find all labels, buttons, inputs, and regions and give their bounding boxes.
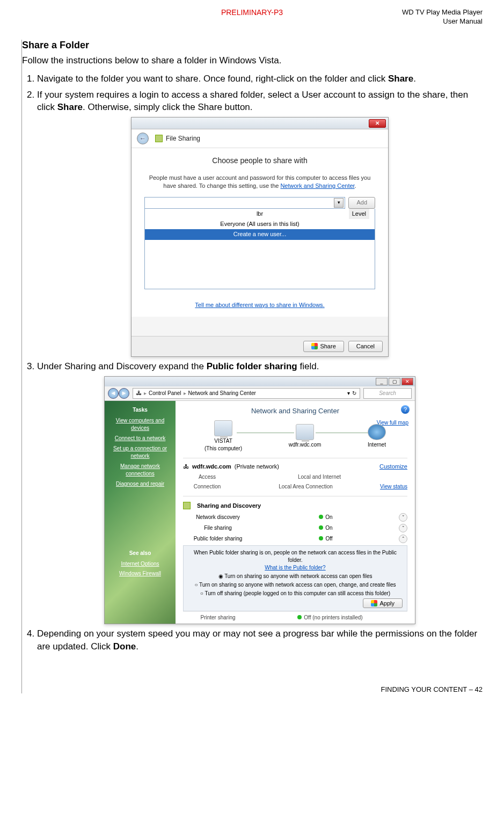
step-2: If your system requires a login to acces… <box>37 89 483 357</box>
sharing-icon <box>183 502 191 509</box>
connection-row: Connection Local Area Connection View st… <box>183 482 407 492</box>
public-folder-sharing-row: Public folder sharing Off ˄ <box>183 533 407 544</box>
product-header: WD TV Play Media Player User Manual <box>329 8 483 26</box>
dropdown-icon[interactable]: ▾ <box>347 390 350 397</box>
network-discovery-row: Network discovery On ˅ <box>183 512 407 523</box>
dialog-description: People must have a user account and pass… <box>144 174 375 191</box>
back-icon[interactable]: ◄ <box>108 388 119 399</box>
help-icon[interactable]: ? <box>401 405 410 414</box>
sidebar-item[interactable]: View computers and devices <box>109 417 171 432</box>
minimize-icon[interactable]: _ <box>376 378 388 385</box>
step-3: Under Sharing and Discovery expand the P… <box>37 360 483 624</box>
window-titlebar[interactable]: ✕ <box>132 118 388 129</box>
node-internet: Internet <box>368 424 386 449</box>
network-sharing-center-window: _ ▢ ✕ ◄ ► 🖧 ▸ Control Panel ▸ <box>104 376 415 624</box>
page-title: Network and Sharing Center <box>183 406 407 416</box>
network-map: VISTAT (This computer) wdfr.wdc.com <box>204 420 386 452</box>
close-icon[interactable]: ✕ <box>369 119 386 128</box>
page-header: PRELIMINARY-P3 WD TV Play Media Player U… <box>21 8 483 26</box>
dropdown-icon[interactable]: ▾ <box>334 198 344 208</box>
cancel-button[interactable]: Cancel <box>348 341 383 352</box>
step-1: Navigate to the folder you want to share… <box>37 72 483 85</box>
sidebar-item[interactable]: Windows Firewall <box>109 570 171 577</box>
expand-icon[interactable]: ˅ <box>399 524 407 532</box>
section-title: Share a Folder <box>22 40 483 51</box>
radio-option[interactable]: ○ Turn on sharing so anyone with network… <box>188 581 403 589</box>
globe-icon <box>368 424 386 440</box>
network-center-link[interactable]: Network and Sharing Center <box>280 182 354 189</box>
forward-icon[interactable]: ► <box>119 388 129 399</box>
sidebar-item[interactable]: Diagnose and repair <box>109 480 171 488</box>
node-this-computer: VISTAT (This computer) <box>204 420 242 452</box>
help-link[interactable]: Tell me about different ways to share in… <box>195 302 324 308</box>
public-folder-sharing-panel: When Public folder sharing is on, people… <box>183 545 407 611</box>
window-titlebar[interactable]: _ ▢ ✕ <box>105 377 415 386</box>
breadcrumb[interactable]: 🖧 ▸ Control Panel ▸ Network and Sharing … <box>133 388 360 399</box>
tasks-sidebar: Tasks View computers and devices Connect… <box>105 401 176 624</box>
node-network: wdfr.wdc.com <box>289 424 322 449</box>
preliminary-mark: PRELIMINARY-P3 <box>175 8 328 17</box>
share-button[interactable]: Share <box>303 341 344 352</box>
list-item[interactable]: lbr <box>145 209 375 219</box>
close-icon[interactable]: ✕ <box>401 378 413 385</box>
search-input[interactable]: Search <box>363 388 412 399</box>
step-list: Navigate to the folder you want to share… <box>22 72 483 653</box>
dialog-title: File Sharing <box>166 134 200 143</box>
customize-link[interactable]: Customize <box>379 463 407 471</box>
collapse-icon[interactable]: ˄ <box>399 535 407 543</box>
content-pane: ? Network and Sharing Center View full m… <box>176 401 415 624</box>
access-row: Access Local and Internet <box>183 472 407 482</box>
back-icon[interactable]: ← <box>137 133 149 144</box>
status-dot-on <box>319 525 323 530</box>
sidebar-item[interactable]: Set up a connection or network <box>109 445 171 460</box>
dialog-heading: Choose people to share with <box>144 156 375 166</box>
radio-option[interactable]: ○ Turn off sharing (people logged on to … <box>188 590 403 597</box>
status-dot-off <box>319 536 323 540</box>
user-select-input[interactable]: ▾ <box>144 197 345 209</box>
sidebar-item[interactable]: Connect to a network <box>109 435 171 442</box>
step-4: Depending on your system speed you may o… <box>37 627 483 653</box>
intro-text: Follow the instructions below to share a… <box>22 55 483 66</box>
what-is-public-folder-link[interactable]: What is the Public folder? <box>265 565 325 571</box>
refresh-icon[interactable]: ↻ <box>352 390 356 397</box>
page-footer: FINDING YOUR CONTENT – 42 <box>22 685 483 693</box>
sidebar-item[interactable]: Manage network connections <box>109 463 171 478</box>
radio-option[interactable]: ◉ Turn on sharing so anyone with network… <box>188 573 403 580</box>
printer-sharing-row: Printer sharing Off (no printers install… <box>183 611 407 624</box>
product-name: WD TV Play Media Player <box>329 8 483 17</box>
file-sharing-dialog: ✕ ← File Sharing Choose people to share … <box>131 117 389 357</box>
shield-icon <box>311 343 318 349</box>
sharing-discovery-heading: Sharing and Discovery <box>183 502 407 510</box>
file-sharing-row: File sharing On ˅ <box>183 523 407 533</box>
view-status-link[interactable]: View status <box>380 483 407 491</box>
expand-icon[interactable]: ˅ <box>399 513 407 522</box>
status-dot-on <box>319 515 323 519</box>
manual-name: User Manual <box>329 17 483 26</box>
network-icon: 🖧 <box>183 463 189 471</box>
list-item-selected[interactable]: Create a new user... <box>145 229 375 239</box>
level-column: Level <box>349 209 369 219</box>
user-list[interactable]: Level lbr Everyone (All users in this li… <box>144 209 375 289</box>
status-dot-off <box>297 615 302 619</box>
address-bar-row: ◄ ► 🖧 ▸ Control Panel ▸ Network and Shar… <box>105 386 415 401</box>
network-name-row: 🖧 wdfr.wdc.com (Private network) Customi… <box>183 463 407 471</box>
sidebar-item[interactable]: Internet Options <box>109 560 171 568</box>
sharing-icon <box>155 135 163 142</box>
dialog-header: ← File Sharing <box>132 129 388 148</box>
list-item[interactable]: Everyone (All users in this list) <box>145 219 375 229</box>
see-also-heading: See also <box>109 550 171 557</box>
add-button[interactable]: Add <box>348 197 375 209</box>
apply-button[interactable]: Apply <box>363 598 403 608</box>
tasks-heading: Tasks <box>109 406 171 414</box>
maximize-icon[interactable]: ▢ <box>389 378 400 385</box>
network-icon <box>296 424 314 440</box>
shield-icon <box>371 600 377 606</box>
dialog-footer: Share Cancel <box>132 336 388 356</box>
network-icon: 🖧 <box>136 390 142 397</box>
computer-icon <box>214 420 232 436</box>
